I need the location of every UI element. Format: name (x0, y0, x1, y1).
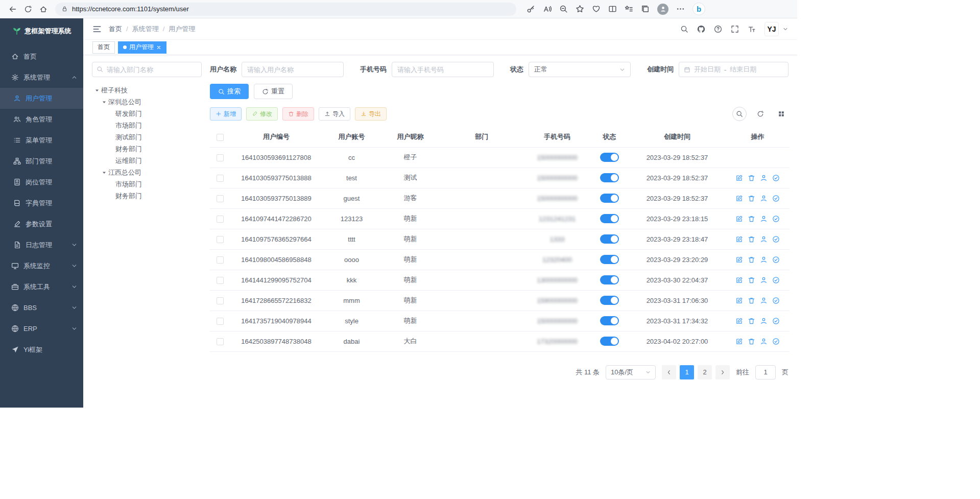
row-reset-password-button[interactable] (760, 215, 768, 223)
row-delete-button[interactable] (748, 215, 755, 223)
favorites-bar-icon[interactable] (625, 5, 633, 13)
sidebar-item-log-management[interactable]: 日志管理 (0, 234, 83, 255)
sidebar-item-system-tools[interactable]: 系统工具 (0, 276, 83, 297)
row-reset-password-button[interactable] (760, 317, 768, 325)
row-reset-password-button[interactable] (760, 174, 768, 182)
page-button-1[interactable]: 1 (680, 365, 694, 379)
next-page-button[interactable] (715, 365, 730, 379)
sidebar-item-role-management[interactable]: 角色管理 (0, 109, 83, 130)
row-reset-password-button[interactable] (760, 276, 768, 284)
tree-node[interactable]: 研发部门 (92, 108, 202, 120)
refresh-table-button[interactable] (753, 107, 768, 121)
row-delete-button[interactable] (748, 174, 755, 182)
tree-node[interactable]: 深圳总公司 (92, 96, 202, 108)
import-button[interactable]: 导入 (319, 107, 350, 121)
fullscreen-icon[interactable] (731, 25, 739, 33)
page-button-2[interactable]: 2 (698, 365, 712, 379)
row-edit-button[interactable] (735, 317, 743, 325)
row-edit-button[interactable] (735, 338, 743, 345)
row-edit-button[interactable] (735, 195, 743, 202)
breadcrumb-section[interactable]: 系统管理 (132, 25, 159, 34)
sidebar-item-yi-framework[interactable]: Yi框架 (0, 339, 83, 360)
sidebar-item-menu-management[interactable]: 菜单管理 (0, 130, 83, 151)
status-toggle[interactable] (600, 173, 619, 182)
sidebar-item-user-management[interactable]: 用户管理 (0, 88, 83, 109)
row-assign-role-button[interactable] (772, 235, 780, 243)
user-avatar[interactable]: YJ (764, 22, 779, 36)
sidebar-item-bbs[interactable]: BBS (0, 297, 83, 318)
row-assign-role-button[interactable] (772, 195, 780, 202)
show-search-button[interactable] (732, 107, 747, 121)
row-checkbox[interactable] (217, 338, 224, 345)
browser-essentials-icon[interactable] (592, 5, 601, 13)
row-checkbox[interactable] (217, 318, 224, 325)
row-delete-button[interactable] (748, 235, 755, 243)
sidebar-item-department-management[interactable]: 部门管理 (0, 151, 83, 172)
status-select[interactable]: 正常 (529, 62, 631, 77)
row-checkbox[interactable] (217, 256, 224, 264)
read-aloud-icon[interactable] (543, 5, 552, 13)
status-toggle[interactable] (600, 214, 619, 223)
sidebar-item-post-management[interactable]: 岗位管理 (0, 172, 83, 193)
search-icon[interactable] (680, 25, 688, 33)
row-delete-button[interactable] (748, 317, 755, 325)
export-button[interactable]: 导出 (355, 107, 387, 121)
sidebar-item-parameter-settings[interactable]: 参数设置 (0, 213, 83, 234)
row-assign-role-button[interactable] (772, 338, 780, 345)
profile-avatar[interactable] (657, 4, 668, 15)
breadcrumb-home[interactable]: 首页 (109, 25, 122, 34)
page-size-select[interactable]: 10条/页 (606, 365, 656, 379)
status-toggle[interactable] (600, 296, 619, 305)
status-toggle[interactable] (600, 255, 619, 264)
goto-page-input[interactable] (755, 365, 776, 379)
tab-home[interactable]: 首页 (92, 41, 115, 54)
prev-page-button[interactable] (662, 365, 676, 379)
status-toggle[interactable] (600, 337, 619, 346)
tree-node[interactable]: 江西总公司 (92, 167, 202, 178)
sidebar-item-dictionary-management[interactable]: 字典管理 (0, 193, 83, 213)
row-edit-button[interactable] (735, 297, 743, 304)
status-toggle[interactable] (600, 316, 619, 325)
zoom-out-icon[interactable] (559, 5, 568, 13)
row-delete-button[interactable] (748, 297, 755, 304)
help-icon[interactable] (714, 25, 722, 33)
row-assign-role-button[interactable] (772, 256, 780, 264)
add-button[interactable]: 新增 (210, 107, 242, 121)
row-checkbox[interactable] (217, 277, 224, 284)
search-button[interactable]: 搜索 (210, 84, 249, 99)
row-reset-password-button[interactable] (760, 297, 768, 304)
refresh-button[interactable] (21, 3, 35, 16)
back-button[interactable] (6, 3, 19, 16)
address-bar[interactable] (55, 3, 516, 16)
more-menu-icon[interactable] (676, 5, 685, 13)
select-all-checkbox[interactable] (217, 134, 224, 141)
tree-node[interactable]: 橙子科技 (92, 84, 202, 96)
tree-node[interactable]: 测试部门 (92, 131, 202, 143)
delete-button[interactable]: 删除 (282, 107, 314, 121)
github-icon[interactable] (697, 25, 705, 33)
url-input[interactable] (72, 5, 510, 13)
row-assign-role-button[interactable] (772, 317, 780, 325)
split-screen-icon[interactable] (608, 5, 617, 13)
row-reset-password-button[interactable] (760, 338, 768, 345)
edit-button[interactable]: 修改 (246, 107, 278, 121)
row-assign-role-button[interactable] (772, 215, 780, 223)
column-settings-button[interactable] (774, 107, 788, 121)
tree-node[interactable]: 财务部门 (92, 143, 202, 155)
row-edit-button[interactable] (735, 276, 743, 284)
department-search-input[interactable] (92, 62, 202, 77)
row-checkbox[interactable] (217, 195, 224, 202)
reset-button[interactable]: 重置 (254, 84, 293, 99)
status-toggle[interactable] (600, 153, 619, 162)
row-assign-role-button[interactable] (772, 297, 780, 304)
collections-icon[interactable] (641, 5, 650, 13)
status-toggle[interactable] (600, 275, 619, 284)
date-range-picker[interactable]: 开始日期 - 结束日期 (679, 62, 788, 77)
row-delete-button[interactable] (748, 195, 755, 202)
row-assign-role-button[interactable] (772, 276, 780, 284)
row-checkbox[interactable] (217, 297, 224, 304)
row-checkbox[interactable] (217, 154, 224, 161)
row-delete-button[interactable] (748, 276, 755, 284)
row-checkbox[interactable] (217, 175, 224, 182)
tab-user-management[interactable]: 用户管理 (118, 41, 166, 54)
